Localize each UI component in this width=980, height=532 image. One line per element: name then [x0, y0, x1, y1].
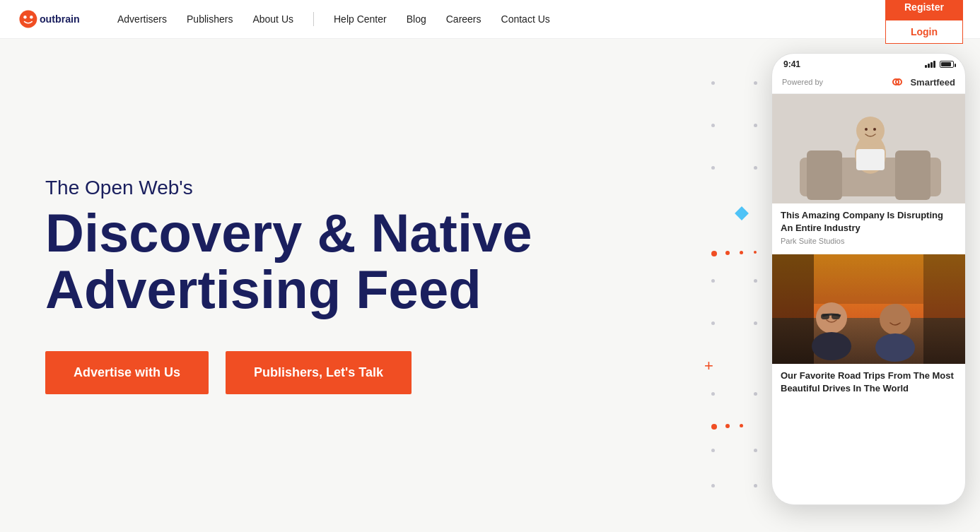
phone-card-image-1	[772, 94, 965, 203]
svg-text:outbrain: outbrain	[40, 13, 80, 25]
phone-card-2: Our Favorite Road Trips From The Most Be…	[772, 254, 965, 406]
nav-actions: Register Login	[885, 0, 963, 44]
phone-card-1: This Amazing Company Is Disrupting An En…	[772, 94, 965, 254]
dot-14	[754, 321, 757, 325]
svg-point-1	[23, 16, 26, 18]
hero-title-line1: Discovery & Native	[45, 203, 532, 263]
dot-13	[711, 321, 715, 325]
svg-point-0	[19, 11, 37, 28]
svg-rect-19	[821, 314, 829, 319]
nav-link-about[interactable]: About Us	[252, 13, 293, 25]
dot-16	[711, 392, 715, 396]
nav-divider	[313, 12, 314, 26]
logo[interactable]: outbrain	[17, 8, 95, 30]
nav-link-publishers[interactable]: Publishers	[187, 13, 233, 25]
dot-5	[754, 124, 757, 127]
signal-bar-1	[925, 65, 927, 68]
dot-2	[754, 81, 757, 85]
svg-rect-15	[772, 254, 814, 364]
orange-dot-6	[725, 424, 730, 428]
nav-link-contact[interactable]: Contact Us	[501, 13, 550, 25]
dot-1	[711, 81, 715, 85]
orange-dot-7	[740, 424, 743, 427]
hero-title-line2: Advertising Feed	[45, 259, 482, 319]
phone-mockup: 9:41 Powered by	[771, 53, 966, 505]
phone-card-image-2	[772, 254, 965, 364]
dot-19	[711, 449, 715, 452]
svg-rect-7	[895, 150, 931, 200]
svg-point-22	[875, 333, 915, 362]
phone-card-2-title: Our Favorite Road Trips From The Most Be…	[781, 370, 957, 394]
dot-11	[754, 279, 757, 283]
signal-bar-3	[931, 62, 933, 68]
hero-subtitle: The Open Web's	[45, 177, 532, 199]
svg-point-11	[865, 128, 868, 131]
plus-icon: +	[704, 357, 713, 375]
svg-point-9	[856, 117, 885, 145]
dot-17	[754, 392, 757, 396]
orange-dot-4	[754, 251, 757, 254]
diamond-dot	[735, 206, 749, 220]
phone-card-1-title: This Amazing Company Is Disrupting An En…	[781, 209, 957, 234]
phone-card-1-text: This Amazing Company Is Disrupting An En…	[772, 203, 965, 254]
status-icons	[925, 61, 954, 68]
signal-bar-4	[933, 61, 935, 68]
advertise-button[interactable]: Advertise with Us	[45, 351, 209, 394]
svg-rect-6	[807, 150, 842, 200]
smartfeed-logo: Smartfeed	[887, 76, 955, 88]
svg-point-18	[812, 332, 851, 360]
svg-rect-16	[923, 254, 965, 364]
main-nav: outbrain Advertisers Publishers About Us…	[0, 0, 980, 39]
dot-23	[754, 484, 757, 487]
nav-link-blog[interactable]: Blog	[407, 13, 426, 25]
svg-rect-20	[832, 314, 840, 319]
svg-point-17	[816, 302, 847, 333]
hero-title: Discovery & Native Advertising Feed	[45, 205, 532, 318]
dot-22	[711, 484, 715, 487]
dot-7	[711, 166, 715, 170]
nav-links: Advertisers Publishers About Us Help Cen…	[117, 12, 885, 26]
svg-point-21	[880, 304, 911, 335]
svg-rect-10	[856, 149, 885, 170]
signal-bar-2	[928, 64, 930, 68]
hero-buttons: Advertise with Us Publishers, Let's Talk	[45, 351, 532, 394]
phone-powered-by: Powered by Smartfeed	[772, 72, 965, 94]
orange-dot-3	[740, 251, 743, 254]
phone-card-1-source: Park Suite Studios	[781, 237, 957, 245]
smartfeed-text: Smartfeed	[910, 77, 955, 88]
battery-fill	[941, 62, 951, 66]
hero-section: The Open Web's Discovery & Native Advert…	[0, 0, 980, 532]
dot-10	[711, 279, 715, 283]
hero-content: The Open Web's Discovery & Native Advert…	[0, 177, 532, 395]
powered-by-label: Powered by	[782, 78, 823, 86]
svg-point-12	[873, 128, 876, 131]
publishers-button[interactable]: Publishers, Let's Talk	[226, 351, 412, 394]
nav-link-help[interactable]: Help Center	[334, 13, 387, 25]
phone-status-bar: 9:41	[772, 54, 965, 72]
nav-link-advertisers[interactable]: Advertisers	[117, 13, 167, 25]
phone-time: 9:41	[783, 59, 800, 69]
dot-4	[711, 124, 715, 127]
phone-card-2-text: Our Favorite Road Trips From The Most Be…	[772, 364, 965, 406]
orange-dot-2	[725, 251, 730, 255]
dot-20	[754, 449, 757, 452]
battery-icon	[940, 61, 954, 68]
register-button[interactable]: Register	[885, 0, 963, 20]
orange-dot-1	[711, 251, 717, 256]
orange-dot-5	[711, 424, 717, 430]
svg-point-2	[30, 16, 33, 18]
battery-tip	[955, 64, 956, 67]
nav-link-careers[interactable]: Careers	[446, 13, 482, 25]
login-button[interactable]: Login	[885, 20, 963, 44]
dot-8	[754, 166, 757, 170]
